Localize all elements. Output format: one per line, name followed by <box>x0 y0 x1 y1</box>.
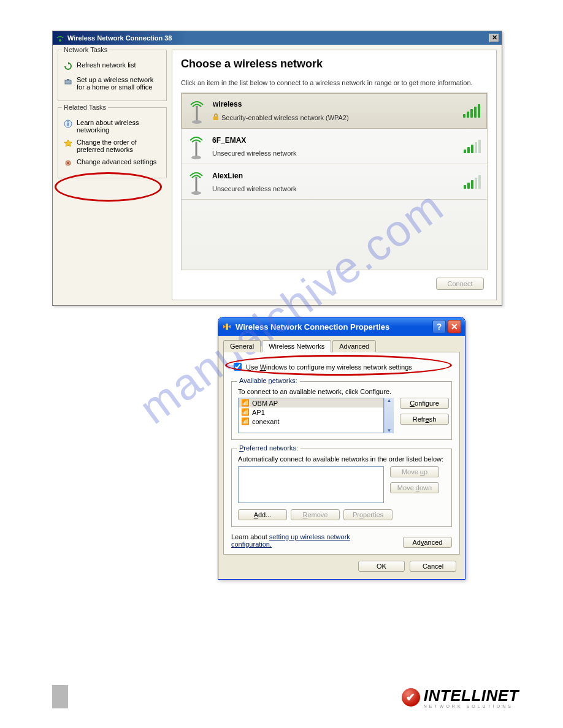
refresh-network-list[interactable]: Refresh network list <box>63 61 161 71</box>
list-item[interactable]: 📶AP1 <box>239 408 383 417</box>
list-item[interactable]: 📶conexant <box>239 417 383 426</box>
scrollbar[interactable]: ▲▼ <box>384 398 394 433</box>
change-order-preferred[interactable]: Change the order of preferred networks <box>63 138 161 153</box>
list-item-label: OBM AP <box>252 400 278 407</box>
svg-rect-2 <box>67 79 69 80</box>
logo-checkmark-icon: ✔ <box>402 688 420 707</box>
tab-wireless-networks[interactable]: Wireless Networks <box>262 340 331 352</box>
task-label: Change the order of preferred networks <box>77 138 161 153</box>
svg-rect-14 <box>226 324 228 330</box>
move-down-button[interactable]: Move down <box>390 482 439 493</box>
network-item[interactable]: wireless Security-enabled wireless netwo… <box>182 93 487 129</box>
list-item[interactable]: 📶OBM AP <box>239 398 383 408</box>
network-list: wireless Security-enabled wireless netwo… <box>181 93 488 270</box>
ok-button[interactable]: OK <box>358 561 405 572</box>
svg-point-13 <box>191 191 201 195</box>
properties-dialog: Wireless Network Connection Properties ?… <box>218 317 465 580</box>
network-name: wireless <box>213 100 456 108</box>
properties-button[interactable]: Properties <box>343 509 393 520</box>
network-detail: Unsecured wireless network <box>212 185 297 192</box>
learn-wireless-networking[interactable]: i Learn about wireless networking <box>63 119 161 134</box>
signal-strength-icon <box>464 175 481 189</box>
add-button[interactable]: Add... <box>238 509 287 520</box>
help-button[interactable]: ? <box>432 320 446 333</box>
lock-icon <box>213 113 219 122</box>
win2-title-text: Wireless Network Connection Properties <box>236 322 389 332</box>
svg-point-8 <box>192 120 202 124</box>
choose-network-heading: Choose a wireless network <box>181 58 488 70</box>
network-item[interactable]: AlexLien Unsecured wireless network <box>182 164 487 200</box>
star-icon <box>63 138 73 148</box>
footer-logo: ✔ INTELLINET NETWORK SOLUTIONS <box>402 686 519 708</box>
svg-text:i: i <box>67 121 69 127</box>
signal-strength-icon <box>464 140 481 153</box>
antenna-icon <box>185 133 207 160</box>
close-button[interactable]: ✕ <box>489 34 499 42</box>
task-label: Refresh network list <box>77 61 136 69</box>
choose-network-subtext: Click an item in the list below to conne… <box>181 79 488 86</box>
preferred-networks-label: Preferred networks: <box>237 444 301 452</box>
network-mini-icon: 📶 <box>241 408 250 416</box>
available-networks-subtext: To connect to an available network, clic… <box>238 388 445 395</box>
svg-point-6 <box>67 162 69 164</box>
preferred-networks-subtext: Automatically connect to available netwo… <box>238 455 445 463</box>
advanced-button[interactable]: Advanced <box>403 537 452 548</box>
cancel-button[interactable]: Cancel <box>410 561 456 572</box>
wireless-connection-window: Wireless Network Connection 38 ✕ Network… <box>52 31 502 306</box>
network-mini-icon: 📶 <box>241 417 250 425</box>
network-mini-icon: 📶 <box>241 399 250 407</box>
signal-strength-icon <box>463 104 480 118</box>
preferred-networks-list[interactable] <box>238 466 384 503</box>
task-label: Change advanced settings <box>77 158 156 165</box>
logo-brand-text: INTELLINET <box>424 686 519 705</box>
available-networks-list[interactable]: 📶OBM AP 📶AP1 📶conexant <box>238 398 384 433</box>
connection-icon <box>222 322 232 332</box>
svg-point-11 <box>191 156 201 159</box>
refresh-button[interactable]: Refresh <box>400 414 449 425</box>
change-advanced-settings[interactable]: Change advanced settings <box>63 158 161 168</box>
win1-titlebar: Wireless Network Connection 38 ✕ <box>53 31 502 45</box>
antenna-icon <box>185 169 207 195</box>
move-up-button[interactable]: Move up <box>390 466 439 477</box>
network-item[interactable]: 6F_EMAX Unsecured wireless network <box>182 129 487 164</box>
remove-button[interactable]: Remove <box>291 509 340 520</box>
red-ellipse-highlight <box>55 172 162 202</box>
network-detail: Security-enabled wireless network (WPA2) <box>221 114 349 121</box>
page-tab-decoration <box>52 685 68 708</box>
connect-button[interactable]: Connect <box>436 278 484 290</box>
win1-title-text: Wireless Network Connection 38 <box>67 34 172 42</box>
task-label: Learn about wireless networking <box>77 119 161 134</box>
refresh-icon <box>63 61 73 71</box>
use-windows-checkbox[interactable] <box>234 363 242 371</box>
tab-general[interactable]: General <box>223 340 261 352</box>
tab-advanced[interactable]: Advanced <box>332 340 376 352</box>
configure-button[interactable]: Configure <box>400 398 449 409</box>
win2-titlebar: Wireless Network Connection Properties ?… <box>218 317 465 336</box>
info-icon: i <box>63 119 73 129</box>
network-tasks-label: Network Tasks <box>62 46 109 53</box>
learn-about-prefix: Learn about <box>231 533 269 540</box>
list-item-label: AP1 <box>252 409 265 416</box>
available-networks-label: Available networks: <box>237 377 300 384</box>
setup-wireless-network[interactable]: Set up a wireless network for a home or … <box>63 76 161 91</box>
use-windows-label: Use Windows to configure my wireless net… <box>246 363 412 371</box>
task-label: Set up a wireless network for a home or … <box>77 76 161 91</box>
logo-sub-text: NETWORK SOLUTIONS <box>424 704 519 708</box>
wireless-icon <box>55 33 65 43</box>
svg-point-0 <box>59 39 61 42</box>
svg-rect-9 <box>213 116 218 120</box>
setup-icon <box>63 76 73 86</box>
antenna-icon <box>186 97 208 124</box>
settings-icon <box>63 158 73 168</box>
svg-rect-1 <box>65 80 71 84</box>
list-item-label: conexant <box>252 418 280 425</box>
network-name: AlexLien <box>212 172 456 180</box>
network-detail: Unsecured wireless network <box>212 150 297 157</box>
network-name: 6F_EMAX <box>212 136 456 145</box>
related-tasks-label: Related Tasks <box>62 104 108 111</box>
close-button[interactable]: ✕ <box>448 320 461 333</box>
